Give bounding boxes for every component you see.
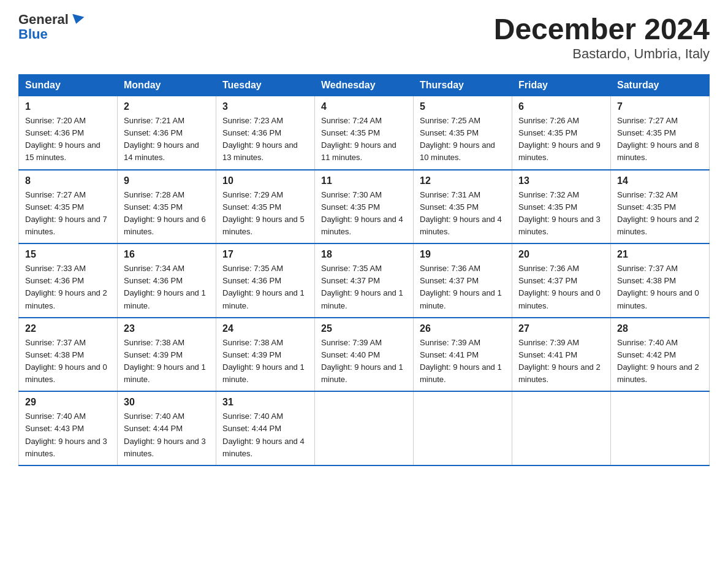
day-number: 14 (617, 175, 703, 186)
day-info: Sunrise: 7:26 AMSunset: 4:35 PMDaylight:… (518, 115, 604, 164)
day-number: 20 (518, 249, 604, 260)
calendar-cell: 17Sunrise: 7:35 AMSunset: 4:36 PMDayligh… (216, 243, 315, 318)
day-number: 13 (518, 175, 604, 186)
col-header-monday: Monday (118, 75, 216, 96)
day-info: Sunrise: 7:35 AMSunset: 4:36 PMDaylight:… (222, 262, 308, 312)
calendar-subtitle: Bastardo, Umbria, Italy (494, 46, 710, 62)
day-number: 3 (222, 101, 308, 112)
calendar-cell (414, 391, 512, 465)
day-number: 30 (124, 397, 210, 408)
day-number: 22 (25, 323, 111, 334)
day-number: 8 (25, 175, 111, 186)
day-info: Sunrise: 7:32 AMSunset: 4:35 PMDaylight:… (617, 189, 703, 239)
day-info: Sunrise: 7:39 AMSunset: 4:41 PMDaylight:… (518, 337, 604, 386)
calendar-table: SundayMondayTuesdayWednesdayThursdayFrid… (18, 74, 710, 466)
day-number: 23 (124, 323, 210, 334)
page-header: General Blue December 2024 Bastardo, Umb… (18, 12, 710, 62)
calendar-cell: 18Sunrise: 7:35 AMSunset: 4:37 PMDayligh… (315, 243, 414, 318)
day-number: 19 (420, 249, 506, 260)
day-info: Sunrise: 7:40 AMSunset: 4:44 PMDaylight:… (124, 410, 210, 460)
day-number: 28 (617, 323, 703, 334)
calendar-cell: 14Sunrise: 7:32 AMSunset: 4:35 PMDayligh… (611, 170, 710, 244)
day-number: 2 (124, 101, 210, 112)
day-number: 26 (420, 323, 506, 334)
day-info: Sunrise: 7:40 AMSunset: 4:43 PMDaylight:… (25, 410, 111, 460)
day-info: Sunrise: 7:30 AMSunset: 4:35 PMDaylight:… (321, 189, 407, 239)
calendar-cell: 12Sunrise: 7:31 AMSunset: 4:35 PMDayligh… (414, 170, 512, 244)
calendar-header-row: SundayMondayTuesdayWednesdayThursdayFrid… (19, 75, 710, 96)
day-number: 10 (222, 175, 308, 186)
calendar-cell: 29Sunrise: 7:40 AMSunset: 4:43 PMDayligh… (19, 391, 118, 465)
calendar-cell: 10Sunrise: 7:29 AMSunset: 4:35 PMDayligh… (216, 170, 315, 244)
day-info: Sunrise: 7:39 AMSunset: 4:40 PMDaylight:… (321, 337, 407, 386)
day-number: 4 (321, 101, 407, 112)
day-number: 15 (25, 249, 111, 260)
day-info: Sunrise: 7:24 AMSunset: 4:35 PMDaylight:… (321, 115, 407, 164)
day-number: 27 (518, 323, 604, 334)
day-info: Sunrise: 7:34 AMSunset: 4:36 PMDaylight:… (124, 262, 210, 312)
day-number: 29 (25, 397, 111, 408)
calendar-week-row: 22Sunrise: 7:37 AMSunset: 4:38 PMDayligh… (19, 318, 710, 392)
calendar-cell: 2Sunrise: 7:21 AMSunset: 4:36 PMDaylight… (118, 96, 216, 170)
day-number: 16 (124, 249, 210, 260)
day-info: Sunrise: 7:31 AMSunset: 4:35 PMDaylight:… (420, 189, 506, 239)
col-header-wednesday: Wednesday (315, 75, 414, 96)
calendar-cell: 21Sunrise: 7:37 AMSunset: 4:38 PMDayligh… (611, 243, 710, 318)
calendar-cell: 28Sunrise: 7:40 AMSunset: 4:42 PMDayligh… (611, 318, 710, 392)
day-number: 25 (321, 323, 407, 334)
day-info: Sunrise: 7:27 AMSunset: 4:35 PMDaylight:… (617, 115, 703, 164)
day-info: Sunrise: 7:21 AMSunset: 4:36 PMDaylight:… (124, 115, 210, 164)
day-number: 21 (617, 249, 703, 260)
day-number: 17 (222, 249, 308, 260)
calendar-cell: 31Sunrise: 7:40 AMSunset: 4:44 PMDayligh… (216, 391, 315, 465)
day-info: Sunrise: 7:28 AMSunset: 4:35 PMDaylight:… (124, 189, 210, 239)
calendar-cell: 9Sunrise: 7:28 AMSunset: 4:35 PMDaylight… (118, 170, 216, 244)
day-info: Sunrise: 7:27 AMSunset: 4:35 PMDaylight:… (25, 189, 111, 239)
calendar-cell: 23Sunrise: 7:38 AMSunset: 4:39 PMDayligh… (118, 318, 216, 392)
day-number: 6 (518, 101, 604, 112)
calendar-week-row: 29Sunrise: 7:40 AMSunset: 4:43 PMDayligh… (19, 391, 710, 465)
day-info: Sunrise: 7:32 AMSunset: 4:35 PMDaylight:… (518, 189, 604, 239)
day-info: Sunrise: 7:37 AMSunset: 4:38 PMDaylight:… (617, 262, 703, 312)
calendar-cell: 30Sunrise: 7:40 AMSunset: 4:44 PMDayligh… (118, 391, 216, 465)
calendar-cell: 16Sunrise: 7:34 AMSunset: 4:36 PMDayligh… (118, 243, 216, 318)
calendar-cell (611, 391, 710, 465)
day-info: Sunrise: 7:25 AMSunset: 4:35 PMDaylight:… (420, 115, 506, 164)
day-info: Sunrise: 7:40 AMSunset: 4:42 PMDaylight:… (617, 337, 703, 386)
col-header-friday: Friday (512, 75, 611, 96)
calendar-cell: 6Sunrise: 7:26 AMSunset: 4:35 PMDaylight… (512, 96, 611, 170)
day-info: Sunrise: 7:40 AMSunset: 4:44 PMDaylight:… (222, 410, 308, 460)
calendar-cell: 15Sunrise: 7:33 AMSunset: 4:36 PMDayligh… (19, 243, 118, 318)
calendar-cell: 19Sunrise: 7:36 AMSunset: 4:37 PMDayligh… (414, 243, 512, 318)
day-number: 24 (222, 323, 308, 334)
calendar-week-row: 1Sunrise: 7:20 AMSunset: 4:36 PMDaylight… (19, 96, 710, 170)
col-header-saturday: Saturday (611, 75, 710, 96)
calendar-cell: 8Sunrise: 7:27 AMSunset: 4:35 PMDaylight… (19, 170, 118, 244)
calendar-cell: 25Sunrise: 7:39 AMSunset: 4:40 PMDayligh… (315, 318, 414, 392)
day-number: 11 (321, 175, 407, 186)
calendar-week-row: 8Sunrise: 7:27 AMSunset: 4:35 PMDaylight… (19, 170, 710, 244)
day-number: 9 (124, 175, 210, 186)
calendar-cell: 5Sunrise: 7:25 AMSunset: 4:35 PMDaylight… (414, 96, 512, 170)
title-block: December 2024 Bastardo, Umbria, Italy (494, 12, 710, 62)
calendar-cell: 13Sunrise: 7:32 AMSunset: 4:35 PMDayligh… (512, 170, 611, 244)
logo-general-text: General (18, 12, 69, 27)
day-info: Sunrise: 7:23 AMSunset: 4:36 PMDaylight:… (222, 115, 308, 164)
calendar-cell: 24Sunrise: 7:38 AMSunset: 4:39 PMDayligh… (216, 318, 315, 392)
day-info: Sunrise: 7:38 AMSunset: 4:39 PMDaylight:… (222, 337, 308, 386)
calendar-cell: 11Sunrise: 7:30 AMSunset: 4:35 PMDayligh… (315, 170, 414, 244)
day-info: Sunrise: 7:35 AMSunset: 4:37 PMDaylight:… (321, 262, 407, 312)
col-header-thursday: Thursday (414, 75, 512, 96)
calendar-cell: 7Sunrise: 7:27 AMSunset: 4:35 PMDaylight… (611, 96, 710, 170)
calendar-cell: 20Sunrise: 7:36 AMSunset: 4:37 PMDayligh… (512, 243, 611, 318)
day-info: Sunrise: 7:36 AMSunset: 4:37 PMDaylight:… (420, 262, 506, 312)
logo-blue-text: Blue (18, 27, 83, 42)
calendar-cell: 4Sunrise: 7:24 AMSunset: 4:35 PMDaylight… (315, 96, 414, 170)
calendar-cell: 27Sunrise: 7:39 AMSunset: 4:41 PMDayligh… (512, 318, 611, 392)
calendar-cell (512, 391, 611, 465)
calendar-title: December 2024 (494, 12, 710, 46)
col-header-tuesday: Tuesday (216, 75, 315, 96)
day-info: Sunrise: 7:37 AMSunset: 4:38 PMDaylight:… (25, 337, 111, 386)
calendar-cell: 3Sunrise: 7:23 AMSunset: 4:36 PMDaylight… (216, 96, 315, 170)
day-number: 1 (25, 101, 111, 112)
